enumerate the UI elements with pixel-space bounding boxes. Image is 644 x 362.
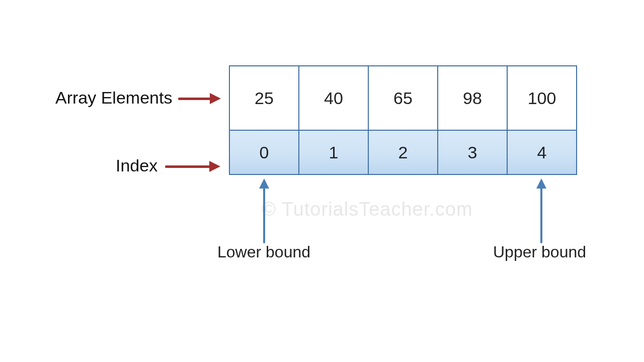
element-cell: 25 xyxy=(229,65,299,131)
element-cell: 100 xyxy=(507,65,577,131)
index-cell: 4 xyxy=(507,130,577,175)
index-cell: 3 xyxy=(437,130,508,175)
element-cell: 98 xyxy=(437,65,508,131)
label-array-elements: Array Elements xyxy=(55,88,172,108)
watermark-text: © TutorialsTeacher.com xyxy=(262,199,473,220)
element-cell: 40 xyxy=(298,65,369,131)
label-index: Index xyxy=(116,156,157,175)
array-diagram: Array Elements Index 25 40 65 98 100 0 1… xyxy=(0,0,644,362)
row-indices: 0 1 2 3 4 xyxy=(229,130,577,175)
index-cell: 2 xyxy=(368,130,438,175)
index-cell: 1 xyxy=(298,130,369,175)
label-lower-bound: Lower bound xyxy=(217,243,310,261)
row-elements: 25 40 65 98 100 xyxy=(229,65,577,131)
label-upper-bound: Upper bound xyxy=(493,243,586,261)
index-cell: 0 xyxy=(229,130,299,175)
array-table: 25 40 65 98 100 0 1 2 3 4 xyxy=(229,65,577,175)
element-cell: 65 xyxy=(368,65,438,131)
